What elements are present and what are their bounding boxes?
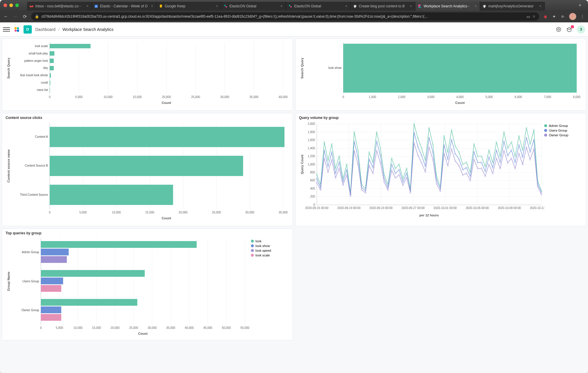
- tab-favicon: [288, 4, 292, 8]
- svg-point-292: [439, 190, 441, 192]
- panel-search-query-right[interactable]: 01,0002,0003,0004,0005,0006,0007,0008,00…: [295, 38, 587, 111]
- space-selector-button[interactable]: D: [24, 25, 32, 34]
- tab-close-icon[interactable]: ×: [409, 4, 413, 8]
- legend-item[interactable]: look show: [251, 244, 289, 248]
- reader-icon[interactable]: ▭: [527, 14, 530, 19]
- svg-text:2,000: 2,000: [307, 122, 315, 125]
- window-close[interactable]: [4, 4, 7, 7]
- browser-tab[interactable]: ElasticON Global×: [221, 2, 286, 11]
- tab-close-icon[interactable]: ×: [86, 4, 89, 8]
- profile-avatar[interactable]: [569, 13, 576, 20]
- elastic-logo-icon[interactable]: [14, 26, 20, 33]
- legend-item[interactable]: look: [251, 239, 289, 243]
- svg-rect-37: [50, 59, 54, 63]
- svg-rect-355: [41, 299, 137, 306]
- legend-item[interactable]: Admin Group: [544, 124, 582, 127]
- svg-point-312: [514, 168, 516, 169]
- svg-point-253: [522, 157, 523, 158]
- svg-point-278: [387, 189, 388, 190]
- extension-lastpass-icon[interactable]: ◉: [543, 14, 548, 19]
- tab-close-icon[interactable]: ×: [215, 4, 219, 8]
- svg-text:25,000: 25,000: [191, 95, 200, 99]
- url-bar[interactable]: 🔒 c078d4d848dc42b19f4f318a002ba703.us-ce…: [31, 12, 539, 21]
- breadcrumb-current: Workplace Search Analytics: [62, 27, 113, 32]
- svg-point-305: [488, 164, 489, 165]
- svg-point-164: [417, 137, 418, 139]
- svg-point-140: [327, 160, 328, 161]
- svg-point-175: [458, 152, 459, 153]
- svg-point-182: [484, 166, 486, 167]
- window-maximize[interactable]: [15, 4, 19, 7]
- chart-search-query-right: 01,0002,0003,0004,0005,0006,0007,0008,00…: [299, 41, 583, 106]
- svg-text:1,800: 1,800: [307, 130, 315, 134]
- tab-title: ElasticON Global: [294, 4, 343, 8]
- svg-text:small look play: small look play: [29, 52, 48, 55]
- svg-point-314: [522, 164, 523, 165]
- panel-top-queries-by-group[interactable]: Top queries by group 05,00010,00015,0002…: [2, 228, 293, 340]
- dashboard-body[interactable]: 05,00010,00015,00020,00025,00030,00035,0…: [0, 37, 588, 373]
- svg-rect-353: [41, 285, 61, 292]
- new-tab-button[interactable]: +: [575, 2, 584, 9]
- svg-point-186: [499, 156, 501, 157]
- panel-query-volume-by-group[interactable]: Query volume by group 02004006008001,000…: [295, 113, 587, 226]
- legend-item[interactable]: look scale: [251, 253, 289, 257]
- extensions-icon[interactable]: ✦: [552, 14, 557, 19]
- breadcrumb-root[interactable]: Dashboard: [35, 27, 56, 32]
- tab-strip: Inbox - ross.bell@elastic.co -×14Elastic…: [27, 0, 573, 11]
- svg-text:600: 600: [310, 179, 315, 182]
- legend-item[interactable]: look speed: [251, 249, 289, 252]
- svg-point-282: [402, 184, 403, 185]
- svg-point-250: [511, 150, 512, 151]
- svg-point-266: [342, 184, 343, 185]
- browser-tab[interactable]: Create blog post content to ill×: [351, 2, 415, 11]
- back-button[interactable]: ←: [3, 14, 9, 19]
- svg-text:2020-10-09 00:00: 2020-10-09 00:00: [498, 206, 521, 210]
- svg-point-236: [458, 158, 459, 160]
- nav-menu-button[interactable]: [3, 26, 10, 33]
- svg-text:14: 14: [95, 6, 97, 7]
- svg-point-3: [226, 6, 227, 8]
- browser-tab[interactable]: 14Elastic - Calendar - Week of O×: [92, 2, 156, 11]
- svg-point-203: [335, 173, 336, 174]
- tab-favicon: [353, 4, 357, 8]
- browser-tab[interactable]: Inbox - ross.bell@elastic.co -×: [27, 2, 92, 11]
- legend-item[interactable]: Owner Group: [544, 133, 582, 137]
- newsfeed-icon[interactable]: [566, 26, 572, 32]
- browser-tab[interactable]: markjhoy/AnalyticsGenerator×: [480, 2, 545, 11]
- svg-point-261: [324, 158, 325, 159]
- svg-text:15,000: 15,000: [145, 211, 154, 214]
- browser-menu-icon[interactable]: ⋮: [580, 14, 585, 19]
- browser-tab[interactable]: Workplace Search Analytics -×: [415, 2, 480, 11]
- tab-close-icon[interactable]: ×: [344, 4, 348, 8]
- svg-point-309: [503, 150, 504, 151]
- help-icon[interactable]: [556, 26, 562, 32]
- tab-close-icon[interactable]: ×: [150, 4, 154, 8]
- svg-rect-33: [50, 44, 91, 48]
- svg-point-177: [466, 162, 467, 163]
- tab-close-icon[interactable]: ×: [280, 4, 283, 8]
- svg-point-287: [421, 162, 422, 163]
- svg-text:Third Content Source: Third Content Source: [20, 193, 48, 196]
- browser-tab[interactable]: ElasticON Global×: [286, 2, 351, 11]
- extension-menu-icon[interactable]: ≡∙: [560, 14, 566, 19]
- tab-close-icon[interactable]: ×: [539, 4, 542, 8]
- user-menu-button[interactable]: 3: [577, 25, 585, 34]
- tab-close-icon[interactable]: ×: [474, 4, 477, 8]
- reload-button[interactable]: ⟳: [22, 14, 28, 19]
- svg-point-227: [424, 165, 426, 167]
- svg-text:0: 0: [313, 203, 315, 206]
- bookmark-star-icon[interactable]: ☆: [532, 14, 536, 19]
- legend-item[interactable]: Users Group: [544, 129, 582, 132]
- breadcrumb: Dashboard / Workplace Search Analytics: [35, 27, 114, 32]
- window-minimize[interactable]: [9, 4, 13, 7]
- panel-search-query-left[interactable]: 05,00010,00015,00020,00025,00030,00035,0…: [2, 38, 293, 111]
- newsfeed-badge: [571, 25, 574, 28]
- svg-text:35,000: 35,000: [249, 95, 259, 99]
- svg-rect-89: [50, 127, 284, 147]
- browser-tab[interactable]: Google Keep×: [156, 2, 221, 11]
- forward-button[interactable]: →: [12, 14, 18, 19]
- legend-dot: [251, 254, 254, 257]
- panel-content-source-clicks[interactable]: Content source clicks 05,00010,00015,000…: [2, 113, 293, 226]
- svg-text:Query Count: Query Count: [300, 155, 304, 174]
- svg-point-194: [529, 144, 531, 145]
